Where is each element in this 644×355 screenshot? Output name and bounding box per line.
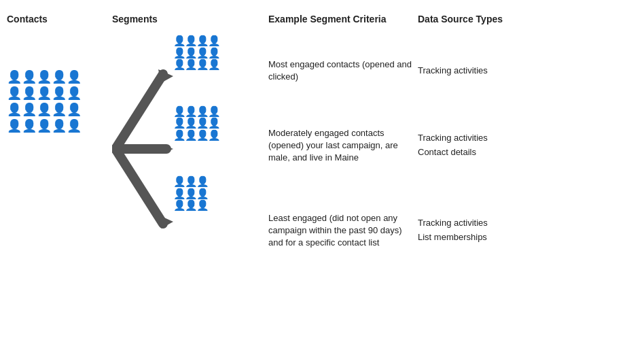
person-icon: 👤 bbox=[173, 35, 184, 47]
datasource-header: Data Source Types bbox=[418, 14, 503, 24]
person-icon: 👤 bbox=[196, 106, 207, 118]
person-icon: 👤 bbox=[67, 71, 82, 87]
person-icon: 👤 bbox=[22, 87, 37, 103]
person-icon: 👤 bbox=[173, 200, 184, 212]
criteria-row-2: Moderately engaged contacts (opened) you… bbox=[268, 105, 418, 186]
person-icon: 👤 bbox=[208, 118, 219, 129]
contacts-people-group: 👤 👤 👤 👤 👤 👤 👤 👤 👤 👤 👤 👤 👤 👤 👤 👤 👤 👤 👤 👤 bbox=[7, 71, 82, 136]
person-icon: 👤 bbox=[196, 48, 207, 59]
segment-top-people: 👤 👤 👤 👤 👤 👤 👤 👤 👤 👤 👤 👤 bbox=[173, 35, 219, 71]
contacts-column: Contacts 👤 👤 👤 👤 👤 👤 👤 👤 👤 👤 👤 👤 👤 👤 👤 👤… bbox=[7, 14, 112, 136]
person-icon: 👤 bbox=[185, 35, 196, 47]
person-icon: 👤 bbox=[208, 48, 219, 59]
person-icon: 👤 bbox=[173, 130, 184, 141]
person-icon: 👤 bbox=[196, 130, 207, 141]
person-icon: 👤 bbox=[52, 71, 67, 87]
person-icon: 👤 bbox=[196, 188, 207, 200]
person-icon: 👤 bbox=[185, 176, 196, 188]
segments-header: Segments bbox=[112, 14, 158, 24]
datasource-line-3-2: List memberships bbox=[418, 231, 488, 245]
datasource-row-2: Tracking activities Contact details bbox=[418, 105, 488, 186]
datasource-row-1: Tracking activities bbox=[418, 37, 488, 105]
person-icon: 👤 bbox=[7, 87, 22, 103]
person-icon: 👤 bbox=[185, 106, 196, 118]
person-icon: 👤 bbox=[173, 188, 184, 200]
segments-column: Segments bbox=[112, 14, 268, 261]
criteria-rows: Most engaged contacts (opened and clicke… bbox=[268, 37, 418, 275]
datasource-line-2-2: Contact details bbox=[418, 146, 488, 160]
segment-groups: 👤 👤 👤 👤 👤 👤 👤 👤 👤 👤 👤 👤 👤 👤 bbox=[173, 30, 219, 212]
person-icon: 👤 bbox=[196, 200, 207, 212]
person-icon: 👤 bbox=[185, 188, 196, 200]
svg-line-3 bbox=[115, 74, 163, 149]
criteria-row-1: Most engaged contacts (opened and clicke… bbox=[268, 37, 418, 105]
person-icon: 👤 bbox=[196, 59, 207, 71]
contacts-header: Contacts bbox=[7, 14, 48, 24]
person-icon: 👤 bbox=[37, 87, 52, 103]
person-icon: 👤 bbox=[185, 59, 196, 71]
person-icon: 👤 bbox=[37, 120, 52, 136]
criteria-column: Example Segment Criteria Most engaged co… bbox=[268, 14, 418, 275]
person-icon: 👤 bbox=[208, 59, 219, 71]
person-icon: 👤 bbox=[22, 120, 37, 136]
person-icon: 👤 bbox=[37, 71, 52, 87]
person-icon: 👤 bbox=[22, 71, 37, 87]
person-icon: 👤 bbox=[208, 106, 219, 118]
person-icon: 👤 bbox=[196, 118, 207, 129]
person-icon: 👤 bbox=[173, 118, 184, 129]
person-icon: 👤 bbox=[37, 103, 52, 120]
person-icon: 👤 bbox=[67, 103, 82, 120]
datasource-row-2-content: Tracking activities Contact details bbox=[418, 131, 488, 160]
arrows-svg bbox=[112, 37, 173, 261]
person-icon: 👤 bbox=[7, 120, 22, 136]
datasource-line-3-1: Tracking activities bbox=[418, 216, 488, 231]
person-icon: 👤 bbox=[208, 130, 219, 141]
datasource-row-3-content: Tracking activities List memberships bbox=[418, 216, 488, 245]
criteria-header: Example Segment Criteria bbox=[268, 14, 387, 24]
person-icon: 👤 bbox=[22, 103, 37, 120]
person-icon: 👤 bbox=[196, 176, 207, 188]
person-icon: 👤 bbox=[185, 130, 196, 141]
datasource-column: Data Source Types Tracking activities Tr… bbox=[418, 14, 554, 275]
person-icon: 👤 bbox=[52, 87, 67, 103]
datasource-line-1-1: Tracking activities bbox=[418, 64, 488, 78]
person-icon: 👤 bbox=[185, 118, 196, 129]
person-icon: 👤 bbox=[67, 120, 82, 136]
segment-bot-people: 👤 👤 👤 👤 👤 👤 👤 👤 👤 bbox=[173, 176, 219, 212]
person-icon: 👤 bbox=[52, 120, 67, 136]
person-icon: 👤 bbox=[67, 87, 82, 103]
person-icon: 👤 bbox=[7, 71, 22, 87]
criteria-row-3: Least engaged (did not open any campaign… bbox=[268, 186, 418, 275]
person-icon: 👤 bbox=[173, 106, 184, 118]
person-icon: 👤 bbox=[173, 176, 184, 188]
svg-line-7 bbox=[115, 149, 163, 224]
datasource-rows: Tracking activities Tracking activities … bbox=[418, 37, 488, 275]
segment-mid-people: 👤 👤 👤 👤 👤 👤 👤 👤 👤 👤 👤 👤 bbox=[173, 106, 219, 141]
person-icon: 👤 bbox=[185, 200, 196, 212]
person-icon: 👤 bbox=[208, 35, 219, 47]
person-icon: 👤 bbox=[52, 103, 67, 120]
person-icon: 👤 bbox=[173, 59, 184, 71]
datasource-line-2-1: Tracking activities bbox=[418, 131, 488, 146]
person-icon: 👤 bbox=[173, 48, 184, 59]
datasource-row-3: Tracking activities List memberships bbox=[418, 186, 488, 275]
person-icon: 👤 bbox=[196, 35, 207, 47]
datasource-row-1-content: Tracking activities bbox=[418, 64, 488, 78]
person-icon: 👤 bbox=[185, 48, 196, 59]
main-container: Contacts 👤 👤 👤 👤 👤 👤 👤 👤 👤 👤 👤 👤 👤 👤 👤 👤… bbox=[0, 0, 644, 355]
person-icon: 👤 bbox=[7, 103, 22, 120]
